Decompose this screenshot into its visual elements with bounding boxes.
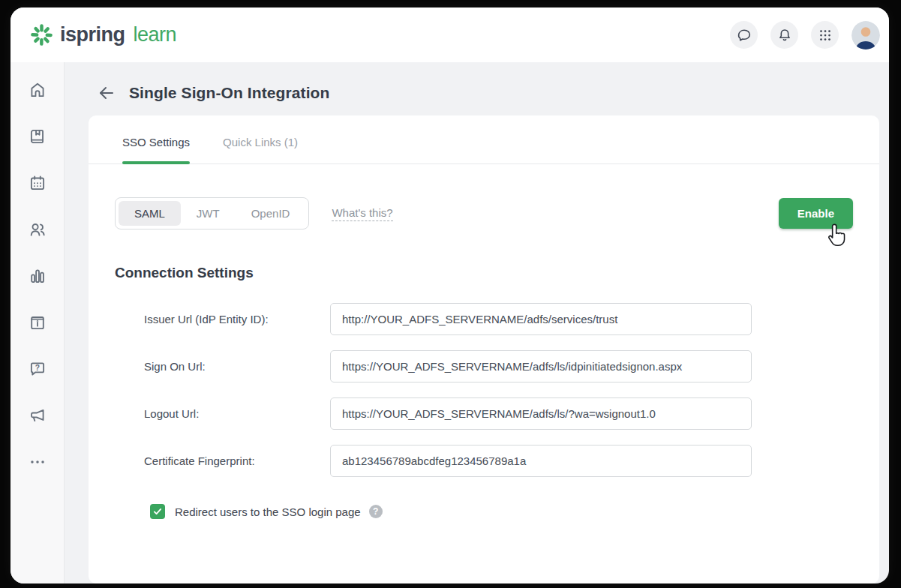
logout-url-input[interactable] bbox=[330, 398, 752, 430]
logo-text-learn: learn bbox=[134, 23, 177, 46]
sidebar-item-calendar[interactable] bbox=[28, 173, 47, 193]
apps-grid-icon bbox=[817, 27, 833, 44]
sidebar-item-courses[interactable] bbox=[28, 127, 47, 146]
book-icon bbox=[28, 127, 47, 146]
sidebar-item-users[interactable] bbox=[28, 220, 47, 239]
protocol-option-openid[interactable]: OpenID bbox=[236, 201, 306, 226]
logo-text-ispring: ispring bbox=[60, 23, 125, 46]
sidebar-item-help[interactable]: ? bbox=[28, 359, 47, 379]
form-row-sign-on-url: Sign On Url: bbox=[144, 350, 853, 382]
form-row-issuer-url: Issuer Url (IdP Entity ID): bbox=[144, 303, 853, 335]
ispring-burst-icon bbox=[30, 23, 53, 46]
logout-url-label: Logout Url: bbox=[144, 407, 330, 420]
users-icon bbox=[28, 220, 47, 239]
sidebar-nav: ? bbox=[11, 62, 65, 584]
sidebar-item-announcements[interactable] bbox=[28, 406, 47, 425]
page-title: Single Sign-On Integration bbox=[129, 84, 329, 102]
megaphone-icon bbox=[28, 406, 47, 425]
form-row-logout-url: Logout Url: bbox=[144, 398, 853, 430]
main-content: Single Sign-On Integration SSO Settings … bbox=[65, 62, 889, 584]
certificate-fingerprint-input[interactable] bbox=[330, 445, 752, 477]
settings-card: SSO Settings Quick Links (1) SAML JWT Op… bbox=[89, 116, 879, 584]
connection-settings-form: Issuer Url (IdP Entity ID): Sign On Url:… bbox=[89, 303, 879, 564]
redirect-checkbox-label: Redirect users to the SSO login page bbox=[175, 506, 361, 518]
more-ellipsis-icon bbox=[28, 452, 47, 472]
sidebar-item-catalog[interactable] bbox=[28, 313, 47, 332]
ispring-learn-logo[interactable]: ispringlearn bbox=[30, 23, 176, 46]
notifications-bell-icon bbox=[776, 27, 793, 44]
page-header: Single Sign-On Integration bbox=[65, 62, 889, 102]
redirect-help-icon[interactable]: ? bbox=[369, 505, 383, 518]
redirect-sso-checkbox[interactable] bbox=[150, 504, 165, 519]
header-actions bbox=[730, 21, 880, 50]
app-window: ispringlearn bbox=[11, 8, 889, 584]
whats-this-link[interactable]: What's this? bbox=[332, 206, 392, 221]
enable-button-wrap: Enable bbox=[779, 198, 853, 229]
tab-bar: SSO Settings Quick Links (1) bbox=[89, 116, 879, 164]
chat-icon bbox=[736, 27, 752, 44]
notifications-button[interactable] bbox=[770, 21, 798, 49]
svg-text:?: ? bbox=[35, 364, 39, 372]
protocol-option-jwt[interactable]: JWT bbox=[181, 201, 236, 226]
chat-button[interactable] bbox=[730, 21, 758, 49]
checkmark-icon bbox=[152, 506, 163, 517]
issuer-url-input[interactable] bbox=[330, 303, 752, 335]
sidebar-item-reports[interactable] bbox=[28, 266, 47, 286]
sign-on-url-label: Sign On Url: bbox=[144, 360, 330, 373]
back-button[interactable] bbox=[98, 84, 116, 102]
issuer-url-label: Issuer Url (IdP Entity ID): bbox=[144, 313, 330, 326]
info-doc-icon bbox=[28, 313, 47, 332]
protocol-option-saml[interactable]: SAML bbox=[119, 201, 181, 226]
top-header: ispringlearn bbox=[11, 8, 889, 62]
apps-button[interactable] bbox=[811, 21, 839, 49]
help-bubble-icon: ? bbox=[28, 359, 47, 379]
app-body: ? bbox=[11, 62, 889, 584]
redirect-checkbox-row: Redirect users to the SSO login page ? bbox=[150, 504, 853, 564]
tab-sso-settings[interactable]: SSO Settings bbox=[122, 136, 190, 164]
sidebar-item-more[interactable] bbox=[28, 452, 47, 472]
sidebar-item-home[interactable] bbox=[28, 80, 47, 100]
sign-on-url-input[interactable] bbox=[330, 350, 752, 382]
enable-button[interactable]: Enable bbox=[779, 198, 853, 229]
form-row-certificate-fingerprint: Certificate Fingerprint: bbox=[144, 445, 853, 477]
protocol-switcher: SAML JWT OpenID bbox=[115, 197, 309, 230]
home-icon bbox=[28, 80, 47, 100]
calendar-icon bbox=[28, 173, 47, 193]
certificate-fingerprint-label: Certificate Fingerprint: bbox=[144, 454, 330, 467]
tab-quick-links[interactable]: Quick Links (1) bbox=[223, 136, 298, 164]
user-avatar[interactable] bbox=[851, 21, 880, 50]
bar-chart-icon bbox=[28, 266, 47, 286]
protocol-row: SAML JWT OpenID What's this? Enable bbox=[115, 197, 853, 230]
section-title: Connection Settings bbox=[115, 265, 853, 281]
